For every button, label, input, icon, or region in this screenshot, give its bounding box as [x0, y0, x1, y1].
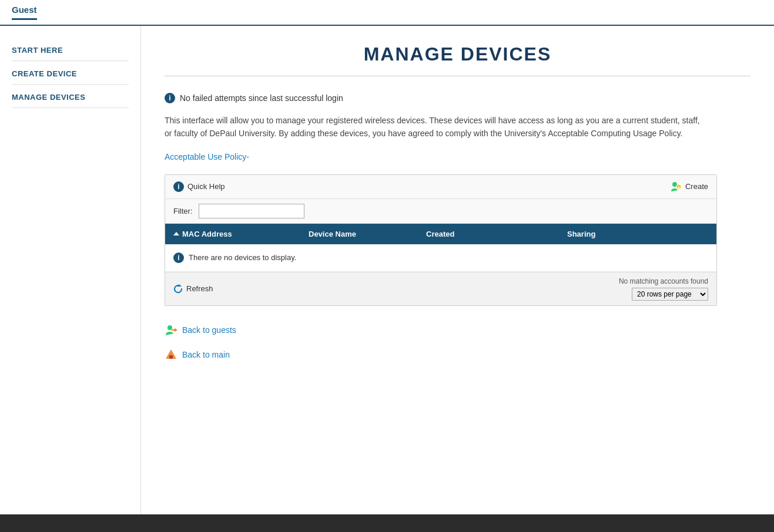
- info-notice: i No failed attempts since last successf…: [165, 93, 750, 103]
- back-to-main-label: Back to main: [182, 350, 230, 359]
- quick-help-icon: i: [173, 181, 184, 192]
- top-header: Guest: [0, 0, 774, 26]
- filter-label: Filter:: [173, 207, 193, 216]
- table-col-device-name-label: Device Name: [309, 230, 356, 238]
- no-matching-text: No matching accounts found: [619, 277, 708, 285]
- page-title: MANAGE DEVICES: [165, 43, 750, 65]
- quick-help-label: Quick Help: [187, 182, 225, 191]
- rows-per-page-select[interactable]: 20 rows per page 50 rows per page 100 ro…: [632, 288, 708, 301]
- table-col-created-label: Created: [426, 230, 454, 238]
- filter-input[interactable]: [199, 204, 304, 218]
- quick-help-button[interactable]: i Quick Help: [173, 181, 225, 192]
- sidebar-item-create-device[interactable]: CREATE DEVICE: [12, 61, 129, 85]
- back-to-main-icon: [165, 348, 177, 361]
- table-header: MAC Address Device Name Created Sharing: [165, 224, 716, 244]
- table-header-sharing[interactable]: Sharing: [559, 224, 716, 244]
- panel-footer: Refresh No matching accounts found 20 ro…: [165, 272, 716, 305]
- layout: START HERE CREATE DEVICE MANAGE DEVICES …: [0, 26, 774, 528]
- table-header-created[interactable]: Created: [418, 224, 559, 244]
- no-devices-text: There are no devices to display.: [189, 253, 296, 262]
- main-content: MANAGE DEVICES i No failed attempts sinc…: [141, 26, 774, 528]
- panel-toolbar: i Quick Help + Create: [165, 175, 716, 199]
- create-button[interactable]: + Create: [670, 181, 708, 193]
- title-divider: [165, 76, 750, 76]
- no-devices-info-icon: i: [173, 252, 184, 263]
- create-label: Create: [685, 182, 708, 191]
- guest-tab[interactable]: Guest: [12, 5, 37, 20]
- refresh-button[interactable]: Refresh: [173, 284, 213, 294]
- table-col-sharing-label: Sharing: [567, 230, 595, 238]
- sort-icon-mac: [173, 232, 179, 235]
- table-col-mac-label: MAC Address: [182, 230, 232, 238]
- no-devices-row: i There are no devices to display.: [165, 244, 716, 272]
- svg-marker-5: [175, 328, 177, 332]
- table-header-device-name[interactable]: Device Name: [300, 224, 418, 244]
- info-notice-text: No failed attempts since last successful…: [180, 93, 343, 103]
- sidebar: START HERE CREATE DEVICE MANAGE DEVICES: [0, 26, 141, 528]
- info-circle-icon: i: [165, 93, 175, 103]
- back-to-guests-icon: [165, 324, 177, 336]
- create-icon: +: [670, 181, 682, 193]
- back-to-guests-link[interactable]: Back to guests: [165, 324, 750, 336]
- refresh-icon: [173, 284, 183, 294]
- description-text: This interface will allow you to manage …: [165, 114, 705, 140]
- svg-text:+: +: [678, 185, 681, 190]
- table-header-mac[interactable]: MAC Address: [165, 224, 300, 244]
- back-to-guests-label: Back to guests: [182, 325, 236, 335]
- device-panel: i Quick Help + Create Filter:: [165, 174, 717, 306]
- bottom-bar: [0, 514, 774, 528]
- table-body: i There are no devices to display.: [165, 244, 716, 272]
- svg-rect-8: [169, 355, 173, 359]
- footer-right: No matching accounts found 20 rows per p…: [619, 277, 708, 301]
- back-to-main-link[interactable]: Back to main: [165, 348, 750, 361]
- sidebar-item-start-here[interactable]: START HERE: [12, 38, 129, 61]
- acceptable-use-link[interactable]: Acceptable Use Policy-: [165, 152, 750, 161]
- svg-point-4: [167, 325, 172, 330]
- sidebar-item-manage-devices[interactable]: MANAGE DEVICES: [12, 85, 129, 108]
- refresh-label: Refresh: [186, 284, 213, 293]
- filter-row: Filter:: [165, 199, 716, 224]
